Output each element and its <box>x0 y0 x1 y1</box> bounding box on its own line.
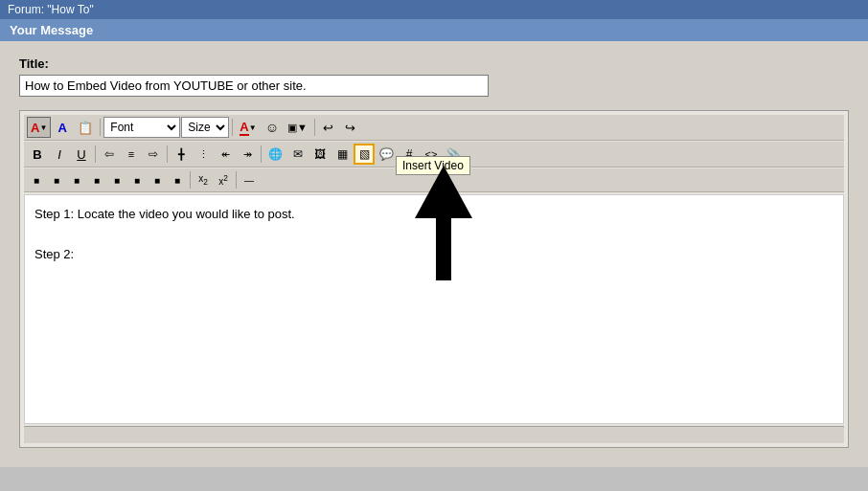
clear-btn[interactable]: — <box>240 170 259 190</box>
row3-btn-1[interactable]: ■ <box>27 170 46 190</box>
separator-6 <box>261 145 262 163</box>
underline-btn[interactable]: U <box>71 144 92 165</box>
separator-8 <box>236 171 237 189</box>
table1-icon: ▦ <box>337 147 348 161</box>
row3-btn-4[interactable]: ■ <box>87 170 106 190</box>
insert-video-btn[interactable]: ▧ <box>354 144 375 165</box>
attach-icon: 📎 <box>446 147 461 161</box>
email-btn[interactable]: ✉ <box>287 144 308 165</box>
separator-2 <box>232 119 233 136</box>
format-btn-2[interactable]: A <box>52 117 73 138</box>
indent-btn[interactable]: ↠ <box>237 144 258 165</box>
bold-btn[interactable]: B <box>27 144 48 165</box>
subscript-icon: x2 <box>198 173 208 187</box>
quote-btn[interactable]: 💬 <box>376 144 398 165</box>
align-right-icon: ⇨ <box>148 147 158 161</box>
format-a-icon: A <box>31 121 39 135</box>
video-icon: ▧ <box>359 147 370 161</box>
row3-btn-6[interactable]: ■ <box>127 170 147 190</box>
row3-icon-8: ■ <box>174 175 180 186</box>
undo-icon: ↩ <box>323 121 333 135</box>
align-right-btn[interactable]: ⇨ <box>143 144 164 165</box>
align-left-btn[interactable]: ⇦ <box>99 144 120 165</box>
editor-line-1: Step 1: Locate the video you would like … <box>34 205 834 225</box>
format-a2-icon: A <box>58 121 67 135</box>
font-select[interactable]: Font Arial Times New Roman Courier New G… <box>103 117 180 138</box>
superscript-icon: x2 <box>218 173 228 187</box>
row3-btn-3[interactable]: ■ <box>67 170 86 190</box>
hash-icon: # <box>406 147 413 161</box>
row3-icon-6: ■ <box>134 175 140 186</box>
color-a-icon: A <box>240 120 248 136</box>
special-icon: ▣▼ <box>287 122 308 134</box>
separator-7 <box>190 171 191 189</box>
ordered-list-btn[interactable]: ╋ <box>171 144 192 165</box>
ul-icon: ⋮ <box>198 148 209 161</box>
outdent-btn[interactable]: ↞ <box>215 144 236 165</box>
row3-btn-2[interactable]: ■ <box>47 170 66 190</box>
forum-bar-label: Forum: "How To" <box>8 3 94 16</box>
quote-icon: 💬 <box>379 147 394 161</box>
title-input[interactable] <box>19 75 489 97</box>
title-label: Title: <box>19 56 849 71</box>
align-left-icon: ⇦ <box>104 147 114 161</box>
toolbar-row-2: B I U ⇦ ≡ ⇨ ╋ ⋮ <box>24 142 844 167</box>
your-message-bar: Your Message <box>0 19 868 41</box>
unordered-list-btn[interactable]: ⋮ <box>193 144 214 165</box>
editor-content[interactable]: Step 1: Locate the video you would like … <box>24 194 844 424</box>
image-btn[interactable]: 🖼 <box>309 144 331 165</box>
row3-icon-1: ■ <box>34 175 39 186</box>
toolbar-row-3: ■ ■ ■ ■ ■ ■ ■ ■ x <box>24 168 844 192</box>
separator-5 <box>167 145 168 163</box>
emoji-icon: ☺ <box>265 120 279 135</box>
your-message-label: Your Message <box>10 23 93 37</box>
clear-icon: — <box>244 175 254 186</box>
bold-icon: B <box>33 147 41 162</box>
size-select[interactable]: Size 81012 141824 <box>181 117 229 138</box>
underline-icon: U <box>77 147 85 162</box>
separator-3 <box>314 119 315 136</box>
outdent-icon: ↞ <box>221 148 230 161</box>
row3-icon-5: ■ <box>114 175 120 186</box>
format-btn-1[interactable]: A ▼ <box>27 117 51 138</box>
attach-btn[interactable]: 📎 <box>443 144 465 165</box>
redo-btn[interactable]: ↪ <box>340 117 361 138</box>
indent-icon: ↠ <box>243 148 252 161</box>
row3-btn-7[interactable]: ■ <box>148 170 167 190</box>
forum-bar: Forum: "How To" <box>0 0 868 19</box>
editor-container: A ▼ A 📋 Font Arial Times New Roman Couri… <box>19 110 849 448</box>
undo-btn[interactable]: ↩ <box>318 117 339 138</box>
link-btn[interactable]: 🌐 <box>264 144 286 165</box>
outer-container: Title: A ▼ A 📋 Font Arial Times New Roma… <box>0 41 868 467</box>
row3-icon-3: ■ <box>74 175 80 186</box>
paste-btn[interactable]: 📋 <box>74 117 97 138</box>
table-btn-1[interactable]: ▦ <box>331 144 353 165</box>
editor-wrapper: Step 1: Locate the video you would like … <box>24 194 844 424</box>
editor-line-2: Step 2: <box>34 245 834 265</box>
redo-icon: ↪ <box>345 121 355 135</box>
align-center-icon: ≡ <box>128 148 134 160</box>
title-section: Title: <box>19 56 849 97</box>
code-btn[interactable]: <> <box>421 144 442 165</box>
align-center-btn[interactable]: ≡ <box>121 144 142 165</box>
italic-icon: I <box>57 147 61 162</box>
row3-btn-8[interactable]: ■ <box>168 170 187 190</box>
status-bar <box>24 426 844 443</box>
image-icon: 🖼 <box>314 147 326 161</box>
row3-icon-4: ■ <box>94 175 100 186</box>
subscript-btn[interactable]: x2 <box>194 170 213 190</box>
row3-btn-5[interactable]: ■ <box>107 170 126 190</box>
row3-icon-7: ■ <box>154 175 160 186</box>
email-icon: ✉ <box>293 147 303 161</box>
superscript-btn[interactable]: x2 <box>214 170 233 190</box>
hash-btn[interactable]: # <box>399 144 420 165</box>
special-chars-btn[interactable]: ▣▼ <box>284 117 311 138</box>
code-icon: <> <box>425 148 438 160</box>
italic-btn[interactable]: I <box>49 144 70 165</box>
color-btn[interactable]: A ▼ <box>236 117 260 138</box>
ol-icon: ╋ <box>178 148 185 161</box>
emoji-btn[interactable]: ☺ <box>262 117 283 138</box>
row3-icon-2: ■ <box>54 175 59 186</box>
paste-icon: 📋 <box>78 121 93 135</box>
link-icon: 🌐 <box>268 147 283 161</box>
